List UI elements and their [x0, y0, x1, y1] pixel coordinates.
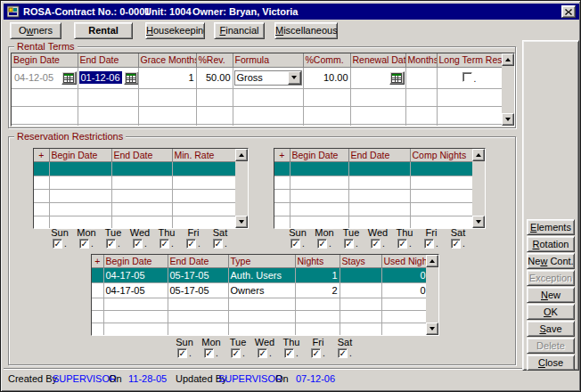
empty-row [34, 176, 237, 189]
day-checkbox-sun[interactable]: ✓ [290, 239, 300, 249]
min-rate-day-row: Sun✓. Mon✓. Tue✓. Wed✓. Thu✓. Fri✓. Sat✓… [46, 227, 233, 249]
comp-nights-scrollbar[interactable] [472, 149, 485, 228]
scroll-up-button[interactable] [472, 149, 485, 161]
save-button[interactable]: Save [527, 321, 575, 337]
rev-pct-cell[interactable]: 50.00 [196, 67, 233, 88]
empty-row [34, 189, 237, 202]
scroll-up-button[interactable] [235, 149, 248, 161]
empty-row [92, 323, 428, 335]
empty-row [12, 106, 502, 124]
day-checkbox-fri[interactable]: ✓ [186, 239, 196, 249]
day-checkbox-thu[interactable]: ✓ [160, 239, 169, 249]
day-checkbox-sun[interactable]: ✓ [53, 239, 62, 249]
comp-nights-table: + Begin Date End Date Comp Nights [274, 148, 486, 229]
rotation-button[interactable]: Rotation [527, 236, 575, 252]
formula-combo[interactable]: Gross [234, 70, 302, 86]
formula-cell[interactable]: Gross [233, 67, 303, 88]
scroll-up-button[interactable] [502, 53, 514, 66]
scroll-down-button[interactable] [426, 323, 438, 335]
rental-terms-scrollbar[interactable] [502, 53, 514, 126]
renewal-date-cell[interactable] [350, 67, 405, 88]
day-checkbox-tue[interactable]: ✓ [231, 348, 241, 358]
comm-pct-cell[interactable]: 10.00 [303, 67, 350, 88]
day-checkbox-wed[interactable]: ✓ [133, 239, 143, 249]
new-cont-button[interactable]: New Cont. [527, 253, 575, 269]
created-by-label: Created By [8, 373, 57, 384]
day-checkbox-thu[interactable]: ✓ [284, 348, 294, 358]
new-button[interactable]: New [527, 287, 575, 303]
elements-button[interactable]: Elements [527, 219, 575, 235]
side-button-panel: Elements Rotation New Cont. Exception Ne… [522, 40, 579, 371]
day-checkbox-wed[interactable]: ✓ [371, 239, 381, 249]
rental-terms-data-row[interactable]: 04-12-05 01-12-06 [12, 67, 502, 88]
end-date-cell[interactable]: 01-12-06 [78, 67, 138, 88]
usage-row-owners[interactable]: 04-17-05 05-17-05 Owners 2 0 [92, 282, 428, 298]
formula-dropdown-button[interactable] [288, 71, 301, 85]
status-divider [4, 368, 522, 370]
usage-row-auth-users[interactable]: 04-17-05 05-17-05 Auth. Users 1 0 [92, 267, 428, 282]
day-checkbox-thu[interactable]: ✓ [397, 239, 407, 249]
calendar-icon [126, 73, 136, 83]
scroll-up-button[interactable] [426, 255, 438, 267]
tab-miscellaneous[interactable]: Miscellaneous [274, 22, 338, 39]
day-checkbox-tue[interactable]: ✓ [344, 239, 354, 249]
months-cell[interactable] [405, 67, 437, 88]
day-checkbox-tue[interactable]: ✓ [106, 239, 116, 249]
rental-terms-group: Rental Terms Begin Date End Date Grace M… [8, 46, 516, 128]
day-checkbox-mon[interactable]: ✓ [204, 348, 214, 358]
usage-scrollbar[interactable] [426, 255, 438, 335]
tab-owners[interactable]: Owners [10, 22, 61, 39]
day-checkbox-sat[interactable]: ✓ [213, 239, 223, 249]
scroll-down-button[interactable] [472, 216, 485, 228]
day-checkbox-fri[interactable]: ✓ [424, 239, 434, 249]
day-checkbox-mon[interactable]: ✓ [79, 239, 89, 249]
tab-rental[interactable]: Rental [74, 22, 133, 39]
day-checkbox-fri[interactable]: ✓ [311, 348, 321, 358]
day-checkbox-wed[interactable]: ✓ [258, 348, 267, 358]
renewal-date-calendar-button[interactable] [389, 71, 405, 85]
close-button[interactable] [561, 5, 576, 18]
triangle-up-icon [239, 153, 244, 157]
long-term-res-checkbox[interactable] [462, 72, 472, 82]
rental-terms-header-row: Begin Date End Date Grace Months %Rev. F… [12, 53, 502, 67]
selected-row[interactable] [274, 161, 474, 176]
min-rate-scrollbar[interactable] [235, 149, 248, 228]
day-checkbox-sat[interactable]: ✓ [338, 348, 348, 358]
empty-row [274, 202, 474, 216]
close-button-panel[interactable]: Close [527, 355, 575, 371]
begin-date-calendar-button[interactable] [61, 71, 77, 85]
grace-months-cell[interactable]: 1 [138, 67, 196, 88]
tab-housekeeping[interactable]: Housekeeping [145, 22, 205, 39]
app-icon [7, 5, 20, 18]
reservation-restrictions-group: Reservation Restrictions + Begin Date En… [8, 136, 516, 365]
empty-row [92, 298, 428, 310]
selected-row[interactable] [34, 161, 237, 176]
empty-row [92, 310, 428, 323]
end-date-calendar-button[interactable] [124, 71, 138, 85]
calendar-icon [63, 73, 74, 83]
created-on-label: On [109, 373, 122, 384]
created-by-value: SUPERVISOR [53, 373, 117, 384]
triangle-down-icon [505, 118, 511, 121]
day-checkbox-sun[interactable]: ✓ [177, 348, 187, 358]
triangle-down-icon [430, 327, 435, 331]
begin-date-cell[interactable]: 04-12-05 [12, 67, 78, 88]
window-title: ROSA-Contract No.: 0-0001 [23, 6, 150, 17]
tab-financial[interactable]: Financial [214, 22, 265, 39]
scroll-down-button[interactable] [502, 113, 514, 126]
rental-terms-table: Begin Date End Date Grace Months %Rev. F… [11, 53, 515, 127]
exception-button: Exception [527, 270, 575, 286]
ok-button[interactable]: OK [527, 304, 575, 320]
triangle-up-icon [505, 58, 511, 61]
end-date-value-selected[interactable]: 01-12-06 [79, 71, 122, 84]
triangle-down-icon [239, 220, 244, 224]
triangle-up-icon [476, 153, 481, 157]
long-term-res-cell[interactable]: . [437, 67, 502, 88]
empty-row [274, 189, 474, 202]
title-bar: ROSA-Contract No.: 0-0001 Unit: 1004 Own… [4, 4, 579, 20]
day-checkbox-sat[interactable]: ✓ [451, 239, 461, 249]
day-checkbox-mon[interactable]: ✓ [317, 239, 327, 249]
calendar-icon [391, 73, 402, 83]
updated-on-label: On [275, 373, 289, 384]
scroll-down-button[interactable] [235, 216, 248, 228]
